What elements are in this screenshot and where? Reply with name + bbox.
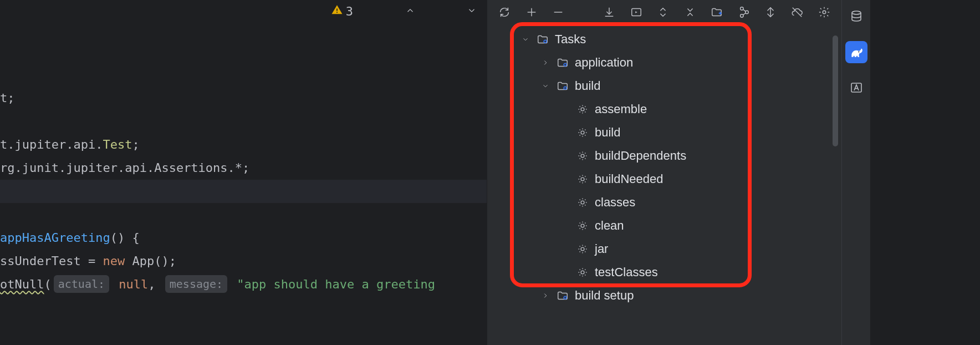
database-icon[interactable] [845, 6, 867, 28]
code-token: "app should have a greeting [237, 277, 435, 291]
gear-icon [576, 219, 589, 232]
code-token: t.jupiter.api. [0, 138, 103, 151]
chevron-down-icon[interactable] [540, 82, 550, 90]
inlay-hint: actual: [54, 275, 109, 293]
tree-node-label: Tasks [555, 32, 586, 47]
code-line[interactable]: t; [0, 87, 487, 110]
gear-icon [576, 149, 589, 163]
svg-point-32 [858, 51, 859, 52]
gradle-task-tree[interactable]: TasksapplicationbuildassemblebuildbuildD… [487, 28, 841, 345]
editor-inspection-widget[interactable]: 3 [273, 0, 477, 23]
svg-point-23 [581, 131, 584, 134]
tree-node[interactable]: clean [487, 214, 841, 237]
code-token: new [103, 254, 125, 268]
code-line[interactable]: appHasAGreeting() { [0, 226, 487, 250]
gradle-toolbar [487, 0, 841, 24]
chevron-right-icon[interactable] [540, 292, 550, 300]
tree-node[interactable]: assemble [487, 98, 841, 121]
collapse-icon[interactable] [684, 4, 696, 20]
folder-gear-icon [556, 79, 569, 93]
refresh-icon[interactable] [498, 4, 511, 20]
gradle-tool-window: TasksapplicationbuildassemblebuildbuildD… [487, 0, 841, 345]
analyze-icon[interactable] [737, 4, 749, 20]
tree-node-label: build [595, 125, 620, 140]
code-token [229, 277, 237, 291]
code-token: Test [103, 138, 132, 151]
svg-point-25 [581, 177, 584, 181]
gear-icon [576, 103, 589, 116]
code-token: appHasAGreeting [0, 231, 110, 245]
gear-icon [576, 266, 589, 279]
settings-gear-icon[interactable] [818, 4, 830, 20]
minus-icon[interactable] [552, 4, 564, 20]
gear-icon [576, 242, 589, 256]
expand-icon[interactable] [657, 4, 669, 20]
chevron-down-icon[interactable] [520, 35, 530, 43]
gear-icon [576, 172, 589, 186]
code-token [111, 277, 119, 291]
toggle-offline-icon[interactable] [764, 4, 777, 20]
folder-gear-icon [556, 56, 569, 69]
svg-point-31 [852, 11, 861, 14]
tree-node-label: testClasses [595, 265, 658, 280]
gradle-elephant-icon[interactable] [845, 41, 867, 63]
tree-node-label: build [575, 79, 600, 93]
code-line[interactable]: t.jupiter.api.Test; [0, 133, 487, 156]
svg-point-18 [823, 11, 826, 14]
tree-node-label: classes [595, 195, 635, 210]
tree-node[interactable]: buildDependents [487, 144, 841, 168]
tree-node-label: build setup [575, 288, 634, 303]
gear-icon [576, 126, 589, 139]
folder-gear-icon [536, 33, 549, 46]
editor-content[interactable]: t;t.jupiter.api.Test;rg.junit.jupiter.ap… [0, 70, 487, 296]
gear-icon [576, 196, 589, 209]
tree-node[interactable]: jar [487, 237, 841, 261]
code-line[interactable]: rg.junit.jupiter.api.Assertions.*; [0, 156, 487, 180]
panel-scrollbar[interactable] [833, 35, 838, 146]
code-editor[interactable]: 3 t;t.jupiter.api.Test;rg.junit.jupiter.… [0, 0, 487, 345]
code-token: ssUnderTest = [0, 254, 103, 268]
tree-node[interactable]: testClasses [487, 261, 841, 284]
tree-node-label: clean [595, 219, 624, 233]
tree-node[interactable]: classes [487, 191, 841, 214]
tree-node[interactable]: application [487, 51, 841, 74]
code-token: rg.junit.jupiter.api.Assertions.*; [0, 161, 249, 175]
code-token: , [148, 277, 163, 291]
code-line[interactable]: ssUnderTest = new App(); [0, 250, 487, 273]
svg-point-26 [581, 201, 584, 204]
code-token: () { [110, 231, 140, 245]
warning-badge[interactable]: 3 [273, 0, 353, 47]
code-line[interactable] [0, 110, 487, 133]
prev-highlight-icon[interactable] [361, 0, 415, 47]
tree-node[interactable]: Tasks [487, 28, 841, 51]
right-tool-strip [841, 0, 870, 345]
text-a-icon[interactable] [845, 77, 867, 99]
code-line[interactable] [0, 203, 487, 226]
svg-marker-8 [635, 11, 637, 13]
run-config-icon[interactable] [630, 4, 642, 20]
code-token: t; [0, 91, 15, 105]
cloud-off-icon[interactable] [791, 4, 803, 20]
next-highlight-icon[interactable] [423, 0, 477, 47]
code-line[interactable] [0, 180, 487, 203]
tree-node[interactable]: buildNeeded [487, 168, 841, 191]
chevron-right-icon[interactable] [540, 59, 550, 67]
tree-node-label: assemble [595, 102, 647, 116]
tree-node[interactable]: build setup [487, 284, 841, 307]
svg-point-29 [581, 271, 584, 274]
tree-node-label: buildDependents [595, 149, 686, 163]
tree-node-label: jar [595, 242, 608, 256]
tree-node[interactable]: build [487, 121, 841, 144]
inlay-hint: message: [165, 275, 227, 293]
folder-gear-icon [556, 289, 569, 302]
download-icon[interactable] [603, 4, 615, 20]
tree-node[interactable]: build [487, 74, 841, 98]
svg-point-1 [336, 12, 338, 13]
svg-point-27 [581, 224, 584, 227]
svg-point-22 [581, 108, 584, 111]
code-line[interactable]: otNull(actual: null, message: "app shoul… [0, 273, 487, 296]
add-module-icon[interactable] [711, 4, 723, 20]
warning-triangle-icon [273, 0, 343, 47]
plus-icon[interactable] [525, 4, 537, 20]
svg-point-24 [581, 154, 584, 158]
